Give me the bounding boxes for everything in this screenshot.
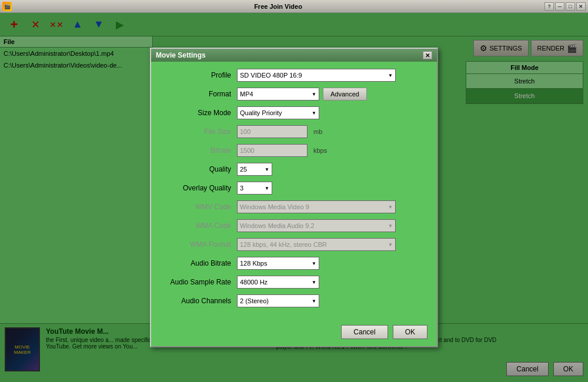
overlay-field: 3 ▼ bbox=[237, 182, 427, 195]
advanced-button[interactable]: Advanced bbox=[323, 88, 367, 100]
audiobitrate-field: 128 Kbps ▼ bbox=[237, 257, 427, 270]
overlay-row: Overlay Quality 3 ▼ bbox=[161, 182, 427, 195]
audiochannels-arrow: ▼ bbox=[312, 299, 316, 304]
format-field: MP4 ▼ Advanced bbox=[237, 88, 427, 100]
filesize-field: mb bbox=[237, 125, 427, 138]
modal-overlay: Movie Settings ✕ Profile SD VIDEO 480P 1… bbox=[0, 13, 588, 382]
wmacode-row: WMA Code Windows Media Audio 9.2 ▼ bbox=[161, 219, 427, 232]
modal-content: Profile SD VIDEO 480P 16:9 ▼ Format MP4 bbox=[151, 62, 437, 320]
bitrate-row: Bitrate kbps bbox=[161, 144, 427, 157]
help-button[interactable]: ? bbox=[544, 2, 554, 11]
overlay-arrow: ▼ bbox=[265, 186, 269, 191]
sizemode-dropdown-arrow: ▼ bbox=[312, 110, 316, 116]
modal-cancel-button[interactable]: Cancel bbox=[341, 325, 387, 339]
overlay-input[interactable]: 3 ▼ bbox=[237, 182, 272, 195]
wmaformat-field: 128 kbps, 44 kHz, stereo CBR ▼ bbox=[237, 238, 427, 251]
filesize-input[interactable] bbox=[237, 125, 308, 138]
modal-bottom-buttons: Cancel OK bbox=[151, 320, 437, 346]
format-dropdown[interactable]: MP4 ▼ bbox=[237, 88, 319, 100]
sizemode-dropdown[interactable]: Quality Priority ▼ bbox=[237, 106, 319, 119]
bitrate-label: Bitrate bbox=[161, 146, 237, 155]
wmaformat-arrow: ▼ bbox=[388, 242, 393, 247]
modal-titlebar: Movie Settings ✕ bbox=[151, 49, 437, 62]
title-bar: 🎬 Free Join Video ? ─ □ ✕ bbox=[0, 0, 588, 13]
filesize-row: File Size mb bbox=[161, 125, 427, 138]
modal-close-button[interactable]: ✕ bbox=[423, 51, 432, 59]
app-title: Free Join Video bbox=[12, 3, 544, 10]
bitrate-unit: kbps bbox=[313, 147, 327, 154]
restore-button[interactable]: □ bbox=[566, 2, 575, 11]
wmvcode-label: WMV Code bbox=[161, 203, 237, 211]
wmaformat-row: WMA Format 128 kbps, 44 kHz, stereo CBR … bbox=[161, 238, 427, 251]
movie-settings-modal: Movie Settings ✕ Profile SD VIDEO 480P 1… bbox=[150, 48, 438, 347]
wmaformat-label: WMA Format bbox=[161, 240, 237, 249]
audiobitrate-dropdown[interactable]: 128 Kbps ▼ bbox=[237, 257, 319, 270]
wmaformat-dropdown: 128 kbps, 44 kHz, stereo CBR ▼ bbox=[237, 238, 396, 251]
filesize-label: File Size bbox=[161, 128, 237, 136]
audiochannels-dropdown[interactable]: 2 (Stereo) ▼ bbox=[237, 294, 319, 307]
audiochannels-field: 2 (Stereo) ▼ bbox=[237, 294, 427, 307]
profile-row: Profile SD VIDEO 480P 16:9 ▼ bbox=[161, 69, 427, 82]
audiobitrate-label: Audio Bitrate bbox=[161, 259, 237, 267]
quality-label: Quality bbox=[161, 165, 237, 173]
wmvcode-field: Windows Media Video 9 ▼ bbox=[237, 200, 427, 213]
quality-input[interactable]: 25 ▼ bbox=[237, 163, 272, 176]
audiosamplerate-dropdown[interactable]: 48000 Hz ▼ bbox=[237, 276, 319, 289]
audiobitrate-arrow: ▼ bbox=[312, 261, 316, 266]
sizemode-row: Size Mode Quality Priority ▼ bbox=[161, 106, 427, 119]
audiobitrate-row: Audio Bitrate 128 Kbps ▼ bbox=[161, 257, 427, 270]
bitrate-field: kbps bbox=[237, 144, 427, 157]
audiosamplerate-arrow: ▼ bbox=[312, 280, 316, 285]
window-controls[interactable]: ? ─ □ ✕ bbox=[544, 2, 586, 11]
quality-row: Quality 25 ▼ bbox=[161, 163, 427, 176]
close-button[interactable]: ✕ bbox=[576, 2, 586, 11]
format-label: Format bbox=[161, 90, 237, 98]
minimize-button[interactable]: ─ bbox=[555, 2, 564, 11]
wmvcode-row: WMV Code Windows Media Video 9 ▼ bbox=[161, 200, 427, 213]
quality-field: 25 ▼ bbox=[237, 163, 427, 176]
profile-dropdown[interactable]: SD VIDEO 480P 16:9 ▼ bbox=[237, 69, 396, 82]
overlay-label: Overlay Quality bbox=[161, 184, 237, 192]
profile-field: SD VIDEO 480P 16:9 ▼ bbox=[237, 69, 427, 82]
profile-dropdown-arrow: ▼ bbox=[388, 73, 393, 78]
wmacode-field: Windows Media Audio 9.2 ▼ bbox=[237, 219, 427, 232]
filesize-unit: mb bbox=[313, 128, 322, 135]
format-dropdown-arrow: ▼ bbox=[312, 92, 316, 97]
audiosamplerate-field: 48000 Hz ▼ bbox=[237, 276, 427, 289]
format-row: Format MP4 ▼ Advanced bbox=[161, 88, 427, 100]
audiochannels-row: Audio Channels 2 (Stereo) ▼ bbox=[161, 294, 427, 307]
audiochannels-label: Audio Channels bbox=[161, 297, 237, 305]
wmacode-arrow: ▼ bbox=[388, 223, 393, 229]
bitrate-input[interactable] bbox=[237, 144, 308, 157]
wmvcode-arrow: ▼ bbox=[388, 205, 393, 210]
modal-ok-button[interactable]: OK bbox=[393, 325, 427, 339]
sizemode-field: Quality Priority ▼ bbox=[237, 106, 427, 119]
audiosamplerate-row: Audio Sample Rate 48000 Hz ▼ bbox=[161, 276, 427, 289]
audiosamplerate-label: Audio Sample Rate bbox=[161, 278, 237, 286]
wmvcode-dropdown: Windows Media Video 9 ▼ bbox=[237, 200, 396, 213]
modal-title: Movie Settings bbox=[156, 51, 206, 59]
wmacode-label: WMA Code bbox=[161, 222, 237, 230]
app-body: + ✕ ✕✕ ▲ ▼ ▶ File C:\Users\Administrator… bbox=[0, 13, 588, 382]
wmacode-dropdown: Windows Media Audio 9.2 ▼ bbox=[237, 219, 396, 232]
quality-arrow: ▼ bbox=[265, 167, 269, 172]
sizemode-label: Size Mode bbox=[161, 109, 237, 117]
profile-label: Profile bbox=[161, 71, 237, 79]
